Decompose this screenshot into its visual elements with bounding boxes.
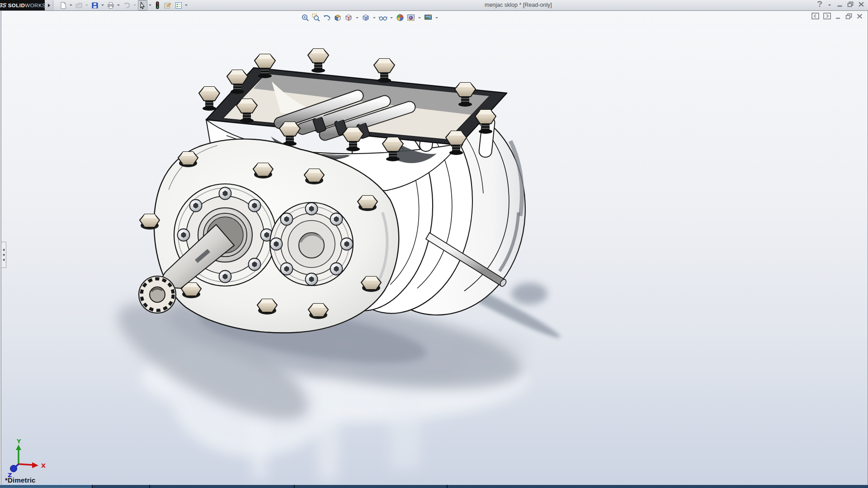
view-orientation-button[interactable]: [343, 13, 354, 23]
stoplight-icon: [155, 1, 160, 9]
open-button[interactable]: [74, 0, 84, 10]
view-orientation-label: *Dimetric: [5, 476, 36, 484]
zoom-to-fit-button[interactable]: [300, 13, 311, 23]
save-button[interactable]: [90, 0, 100, 10]
stoplight-button[interactable]: [153, 0, 161, 10]
options-checklist-icon: [175, 2, 182, 9]
close-button[interactable]: [858, 0, 864, 10]
window-title: menjac sklop * [Read-only]: [485, 2, 552, 8]
taskbar-divider: [149, 485, 150, 488]
display-style-icon: [362, 14, 370, 22]
taskbar-divider: [92, 485, 93, 488]
select-dropdown[interactable]: [149, 5, 151, 6]
taskbar-start-segment: [0, 485, 92, 488]
secondary-flange: [270, 202, 353, 286]
close-icon: [858, 1, 864, 7]
brand-works: WORKS: [25, 3, 46, 8]
brand-solid: SOLID: [8, 3, 25, 8]
title-window-controls: [816, 0, 864, 10]
document-minimize-button[interactable]: [835, 13, 841, 19]
graphics-viewport[interactable]: Y X Z: [1, 11, 868, 485]
orientation-triad: Y X Z: [8, 438, 46, 479]
collapse-pane-left-button[interactable]: [811, 13, 819, 19]
view-orientation-dropdown[interactable]: [356, 17, 359, 19]
section-view-button[interactable]: [332, 13, 343, 23]
save-floppy-icon: [91, 2, 99, 9]
print-dropdown[interactable]: [117, 5, 120, 6]
taskbar-divider: [447, 485, 448, 488]
solidworks-window: 3S SOLIDWORKS: [0, 0, 868, 488]
eyeglasses-icon: [378, 14, 387, 22]
collapse-pane-right-button[interactable]: [823, 13, 831, 19]
minimize-button[interactable]: [837, 0, 843, 10]
undo-button[interactable]: [122, 0, 132, 10]
collapse-arrow-icon: [3, 253, 5, 256]
zoom-to-area-icon: [312, 14, 320, 22]
apply-scene-button[interactable]: [406, 13, 416, 23]
file-properties-button[interactable]: [162, 0, 173, 10]
zoom-to-fit-icon: [301, 14, 309, 22]
previous-view-icon: [323, 14, 331, 22]
view-settings-dropdown[interactable]: [435, 17, 438, 19]
undo-dropdown[interactable]: [133, 5, 136, 6]
view-settings-button[interactable]: [423, 13, 434, 23]
ds-logo-icon: 3S: [0, 2, 7, 9]
options-button[interactable]: [174, 0, 184, 10]
collapse-arrow-icon: [3, 249, 5, 251]
menu-expand-button[interactable]: [45, 0, 53, 10]
select-cursor-icon: [139, 2, 146, 9]
solidworks-logo: 3S SOLIDWORKS: [0, 0, 45, 10]
zoom-to-area-button[interactable]: [311, 13, 321, 23]
appearance-ball-icon: [396, 14, 404, 22]
title-bar: 3S SOLIDWORKS: [0, 0, 868, 11]
taskbar-highlight: [0, 485, 868, 485]
edit-appearance-button[interactable]: [395, 13, 406, 23]
view-settings-icon: [424, 14, 433, 22]
section-view-icon: [334, 14, 342, 22]
new-document-icon: [60, 2, 67, 9]
minimize-icon: [837, 1, 843, 7]
headsup-view-toolbar: [300, 13, 440, 23]
apply-scene-icon: [407, 14, 415, 22]
display-style-dropdown[interactable]: [373, 17, 376, 19]
previous-view-button[interactable]: [321, 13, 332, 23]
options-dropdown[interactable]: [185, 5, 188, 6]
main-toolbar: [58, 0, 189, 10]
new-dropdown[interactable]: [70, 5, 72, 6]
view-orientation-icon: [344, 14, 353, 22]
restore-button[interactable]: [847, 0, 854, 10]
new-button[interactable]: [58, 0, 68, 10]
select-button[interactable]: [138, 0, 147, 10]
hide-show-items-button[interactable]: [377, 13, 388, 23]
feature-manager-collapsed-tab[interactable]: [1, 242, 6, 268]
document-restore-button[interactable]: [845, 13, 852, 19]
collapse-arrow-icon: [3, 258, 5, 261]
undo-arrow-icon: [123, 2, 131, 9]
open-dropdown[interactable]: [85, 5, 88, 6]
printer-icon: [107, 2, 114, 9]
taskbar-divider: [294, 485, 295, 488]
help-icon: [816, 0, 823, 7]
hide-show-dropdown[interactable]: [390, 17, 393, 19]
document-window-controls: [811, 13, 863, 19]
open-folder-icon: [75, 2, 83, 9]
apply-scene-dropdown[interactable]: [418, 17, 421, 19]
expand-arrow-icon: [48, 4, 50, 7]
triad-y-label: Y: [16, 438, 21, 445]
restore-icon: [847, 1, 854, 7]
gearbox-model[interactable]: Y X Z: [1, 11, 868, 485]
save-dropdown[interactable]: [101, 5, 104, 6]
help-dropdown[interactable]: [828, 5, 831, 6]
help-button[interactable]: [816, 0, 823, 10]
triad-x-label: X: [41, 462, 46, 469]
display-style-button[interactable]: [360, 13, 371, 23]
document-close-button[interactable]: [856, 13, 863, 19]
file-properties-icon: [164, 2, 171, 9]
print-button[interactable]: [106, 0, 116, 10]
taskbar-edge[interactable]: [0, 485, 868, 488]
